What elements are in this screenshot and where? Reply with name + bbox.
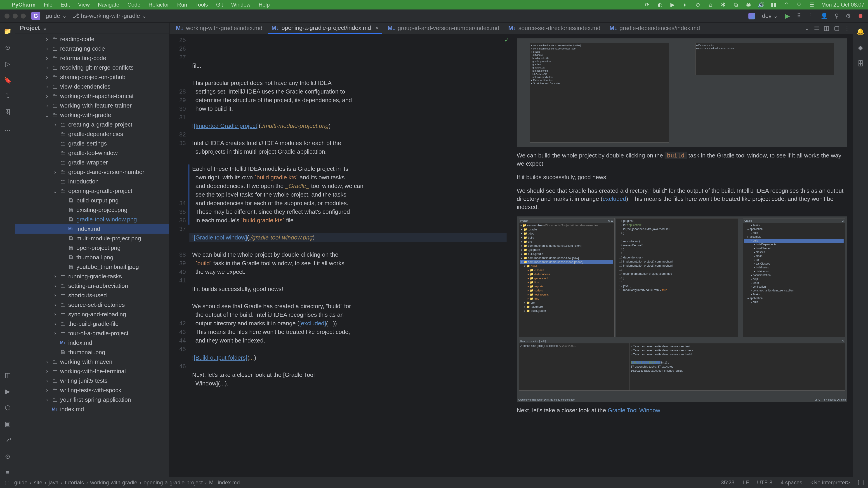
tree-row[interactable]: M↓index.md <box>16 338 169 348</box>
tree-row[interactable]: ›🗀working-with-feature-trainer <box>16 101 169 110</box>
tree-row[interactable]: ›🗀rearranging-code <box>16 44 169 53</box>
tree-row[interactable]: 🗎youtube_thumbnail.jpeg <box>16 262 169 271</box>
tree-row[interactable]: ›🗀view-dependencies <box>16 82 169 91</box>
menu-help[interactable]: Help <box>258 2 270 8</box>
project-tree[interactable]: ›🗀reading-code›🗀rearranging-code›🗀reform… <box>16 33 169 477</box>
breadcrumb-segment[interactable]: working-with-gradle <box>90 480 137 486</box>
tree-row[interactable]: 🗀gradle-dependencies <box>16 129 169 139</box>
terminal-tool-icon[interactable]: ▣ <box>4 420 12 428</box>
tree-row[interactable]: 🗎build-output.png <box>16 196 169 205</box>
tray-icon[interactable]: ⌂ <box>707 2 714 8</box>
python-console-icon[interactable]: ⬡ <box>4 403 12 412</box>
tree-row[interactable]: M↓index.md <box>16 404 169 414</box>
volume-icon[interactable]: 🔊 <box>758 2 764 8</box>
tree-row[interactable]: 🗎thumbnail.png <box>16 348 169 357</box>
breadcrumb-segment[interactable]: site <box>34 480 42 486</box>
menu-code[interactable]: Code <box>127 2 141 8</box>
commit-tool-icon[interactable]: ⊙ <box>4 43 12 52</box>
search-everywhere-icon[interactable]: ⚲ <box>835 12 839 20</box>
close-window[interactable] <box>4 13 9 19</box>
breadcrumb-segment[interactable]: guide <box>14 480 28 486</box>
pull-requests-tool-icon[interactable]: ⤵ <box>4 92 12 100</box>
tray-icon[interactable]: ⟳ <box>644 2 650 8</box>
tree-row[interactable]: 🗎open-project.png <box>16 243 169 253</box>
menu-window[interactable]: Window <box>231 2 250 8</box>
bookmarks-tool-icon[interactable]: 🔖 <box>4 76 12 84</box>
menu-run[interactable]: Run <box>177 2 187 8</box>
tree-row[interactable]: ›🗀resolving-git-merge-conflicts <box>16 63 169 72</box>
tray-icon[interactable]: ⊙ <box>694 2 701 8</box>
clock[interactable]: Mon 21 Oct 08:07 <box>821 2 864 8</box>
editor-tab[interactable]: M↓working-with-gradle/index.md <box>172 23 266 33</box>
tree-row[interactable]: 🗎gradle-tool-window.png <box>16 215 169 224</box>
editor-tab[interactable]: M↓opening-a-gradle-project/index.md× <box>268 23 382 34</box>
tree-row[interactable]: ›🗀shortcuts-used <box>16 291 169 300</box>
tree-row[interactable]: ›🗀tour-of-a-gradle-project <box>16 328 169 338</box>
git-tool-icon[interactable]: ⎇ <box>4 436 12 444</box>
tree-row[interactable]: ›🗀working-with-apache-tomcat <box>16 91 169 101</box>
menu-view[interactable]: View <box>78 2 90 8</box>
tree-row[interactable]: ⌄🗀opening-a-gradle-project <box>16 186 169 196</box>
breadcrumb-segment[interactable]: opening-a-gradle-project <box>144 480 203 486</box>
breadcrumb-segment[interactable]: M↓ index.md <box>209 480 240 486</box>
tool-window-toggle-icon[interactable]: ▢ <box>4 480 10 486</box>
more-run-button[interactable]: ⋮ <box>808 12 814 20</box>
project-tool-icon[interactable]: 📁 <box>4 27 12 35</box>
tree-row[interactable]: ›🗀reading-code <box>16 34 169 44</box>
menu-refactor[interactable]: Refactor <box>149 2 169 8</box>
run-config-selector[interactable]: dev ⌄ <box>762 12 778 20</box>
tree-row[interactable]: ›🗀writing-junit5-tests <box>16 376 169 385</box>
markdown-preview[interactable]: ▸ com.mechanitis.demo.sense.twitter [twi… <box>511 34 852 477</box>
debug-button[interactable]: ⠿ <box>797 12 801 20</box>
preview-link[interactable]: Gradle Tool Window <box>608 407 660 414</box>
line-separator[interactable]: LF <box>743 480 749 486</box>
close-tab-icon[interactable]: × <box>375 24 379 31</box>
code-editor[interactable]: 2526272829303132333435363738394041424344… <box>169 34 511 477</box>
tree-row[interactable]: ›🗀source-set-directories <box>16 300 169 310</box>
breadcrumb-segment[interactable]: tutorials <box>65 480 84 486</box>
battery-icon[interactable]: ▮▮ <box>771 2 777 8</box>
caret-position[interactable]: 35:23 <box>721 480 735 486</box>
todo-tool-icon[interactable]: ≡ <box>4 468 12 477</box>
interpreter-selector[interactable]: <No interpreter> <box>810 480 850 486</box>
tray-icon[interactable]: ◉ <box>745 2 752 8</box>
recording-icon[interactable]: ⏺ <box>858 12 864 20</box>
app-name[interactable]: PyCharm <box>12 2 35 8</box>
project-selector[interactable]: guide ⌄ <box>46 12 67 20</box>
tray-icon[interactable]: ▶ <box>669 2 676 8</box>
minimize-window[interactable] <box>13 13 18 19</box>
tree-row[interactable]: 🗎multi-module-project.png <box>16 234 169 243</box>
file-encoding[interactable]: UTF-8 <box>757 480 772 486</box>
tree-row[interactable]: M↓index.md <box>16 224 169 234</box>
menu-edit[interactable]: Edit <box>61 2 70 8</box>
tree-row[interactable]: 🗀gradle-wrapper <box>16 158 169 167</box>
editor-more-icon[interactable]: ⋮ <box>844 25 850 32</box>
settings-icon[interactable]: ⚙ <box>846 12 851 20</box>
indent-setting[interactable]: 4 spaces <box>780 480 802 486</box>
tree-row[interactable]: ›🗀syncing-and-reloading <box>16 310 169 319</box>
tree-row[interactable]: 🗀gradle-settings <box>16 139 169 148</box>
preview-link[interactable]: excluded <box>602 195 626 202</box>
inspection-ok-icon[interactable]: ✓ <box>504 36 509 44</box>
run-button[interactable]: ▶ <box>785 12 790 20</box>
tree-row[interactable]: ›🗀writing-tests-with-spock <box>16 385 169 395</box>
tree-row[interactable]: ›🗀running-gradle-tasks <box>16 271 169 281</box>
editor-preview-icon[interactable]: ▢ <box>834 25 839 32</box>
services-tool-icon[interactable]: ◫ <box>4 371 12 379</box>
database-tool-icon[interactable]: 🗄 <box>4 108 12 117</box>
tray-icon[interactable]: ⏵ <box>682 2 688 8</box>
menu-git[interactable]: Git <box>216 2 223 8</box>
editor-content[interactable]: ✓ file.This particular project does not … <box>189 34 511 477</box>
notifications-tool-icon[interactable]: 🔔 <box>857 27 865 35</box>
tree-row[interactable]: 🗀introduction <box>16 177 169 186</box>
tree-row[interactable]: 🗎thumbnail.png <box>16 253 169 262</box>
tabs-dropdown-icon[interactable]: ⌄ <box>804 25 809 32</box>
ai-tool-icon[interactable]: ◆ <box>857 43 865 52</box>
editor-layout-icon[interactable]: ☰ <box>814 25 819 32</box>
tree-row[interactable]: ›🗀working-with-maven <box>16 357 169 366</box>
project-panel-header[interactable]: Project⌄ <box>16 23 169 33</box>
run-tool-icon[interactable]: ▶ <box>4 387 12 395</box>
tree-row[interactable]: 🗀gradle-tool-window <box>16 148 169 158</box>
ai-assistant-icon[interactable] <box>748 13 755 20</box>
search-icon[interactable]: ⚲ <box>796 2 802 8</box>
